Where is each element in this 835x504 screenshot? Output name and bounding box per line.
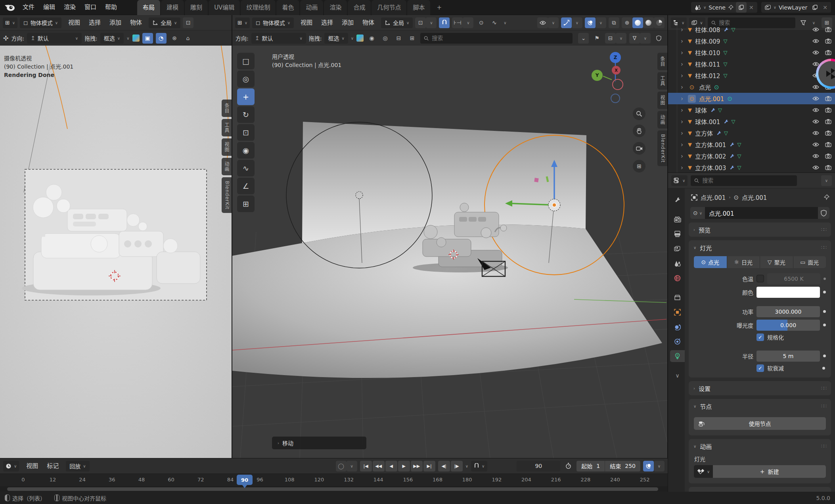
workspace-tab[interactable]: 雕刻 <box>185 0 208 15</box>
tool-button[interactable]: ◉ <box>237 142 255 159</box>
chevron-down-icon[interactable]: ∨ <box>463 17 473 28</box>
panel-settings[interactable]: › 设置 ∷∷ <box>689 381 831 395</box>
drag-dropdown[interactable]: 框选 ∨ <box>324 33 348 44</box>
gizmos-icon[interactable] <box>561 17 572 28</box>
temperature-field[interactable]: 6500 K <box>767 273 820 284</box>
menu-item[interactable]: 添加 <box>337 15 358 31</box>
object-name[interactable]: 点光 <box>698 83 712 91</box>
outliner-row[interactable]: › ▼ ⊙ 柱体.010 ▽ ⊙ <box>668 47 835 58</box>
viewport-main[interactable]: ⊞∨ ◻ 物体模式 ∨ 视图选择添加物体 全局 ∨ ⊡ ∨ ⊦⊣ ∨ ⊙ <box>232 15 668 458</box>
hide-eye-icon[interactable] <box>812 154 819 158</box>
workspace-tab[interactable]: 着色 <box>276 0 299 15</box>
camera-view-button[interactable] <box>633 142 645 155</box>
tool-button[interactable]: ∠ <box>237 178 255 194</box>
tool-button[interactable]: ◎ <box>237 71 255 87</box>
hide-eye-icon[interactable] <box>812 131 819 135</box>
playback-dropdown[interactable]: 回放 ∨ <box>66 461 89 471</box>
mesh-data-icon[interactable]: ▽ <box>718 107 722 113</box>
menu-item[interactable]: 视图 <box>64 15 84 31</box>
object-name[interactable]: 点光.001 <box>698 94 725 103</box>
pin-icon[interactable] <box>728 5 733 10</box>
timeline-editor-type[interactable]: ∨ <box>3 461 19 471</box>
object-name[interactable]: 柱体.012 <box>694 71 721 80</box>
panel-preview[interactable]: › 预览 ∷∷ <box>689 222 831 237</box>
light-type-button[interactable]: ▭ 面光 <box>793 256 826 268</box>
sidebar-tab[interactable]: 工具 <box>222 119 232 136</box>
object-name[interactable]: 立方体 <box>694 129 714 137</box>
modifier-wrench-icon[interactable] <box>729 142 735 148</box>
transport-button[interactable]: |◀ <box>360 461 372 471</box>
tab-output[interactable] <box>670 228 685 240</box>
drag-dropdown[interactable]: 框选 ∨ <box>100 33 124 44</box>
outliner-row[interactable]: › ▼ ⊙ 立方体 ▽ ⊙ <box>668 127 835 139</box>
chevron-down-icon[interactable]: ∨ <box>596 17 606 28</box>
shading-solid-icon[interactable] <box>632 17 643 28</box>
light-type-button[interactable]: ☼ 日光 <box>727 256 760 268</box>
outliner-row[interactable]: › ▼ ⊙ 点光 ▽ ⊙ <box>668 81 835 93</box>
mesh-data-icon[interactable]: ▽ <box>737 153 741 159</box>
snap-magnet-button[interactable]: ∨ <box>471 461 487 471</box>
pivot-point-button[interactable]: ⊡ <box>415 17 426 28</box>
chevron-down-icon[interactable]: ∨ <box>126 36 129 40</box>
panel-custom-properties[interactable]: › 自定义属性 ∷∷ <box>689 487 831 492</box>
sidebar-tab[interactable]: 条目 <box>657 53 667 70</box>
outliner-row[interactable]: › ▼ ⊙ 球体 ▽ ⊙ <box>668 104 835 116</box>
mode-selector[interactable]: ◻ 物体模式 ∨ <box>252 17 294 28</box>
workspace-tab[interactable]: 建模 <box>161 0 184 15</box>
stopwatch-icon[interactable] <box>563 461 574 471</box>
menu-item[interactable]: 渲染 <box>59 0 80 15</box>
normalize-checkbox[interactable]: ✓ <box>756 333 764 341</box>
outliner-row[interactable]: › ▼ ⊙ 柱体.008 ▽ ⊙ <box>668 24 835 35</box>
animate-dot[interactable] <box>822 367 825 370</box>
hide-eye-icon[interactable] <box>812 39 819 43</box>
soft-falloff-checkbox[interactable]: ✓ <box>756 364 764 372</box>
show-overlays-icon[interactable] <box>537 17 548 28</box>
hide-eye-icon[interactable] <box>812 27 819 32</box>
unlink-scene-icon[interactable]: ✕ <box>749 4 754 11</box>
outliner-row[interactable]: › ▼ ⊙ 柱体.009 ▽ ⊙ <box>668 35 835 47</box>
workspace-tab[interactable]: 布局 <box>137 0 160 15</box>
transport-button[interactable]: ◀◀ <box>373 461 385 471</box>
workspace-tab[interactable]: 几何节点 <box>372 0 406 15</box>
filter-icon[interactable]: ∇ <box>629 33 640 44</box>
tab-tool[interactable] <box>670 194 685 206</box>
hide-eye-icon[interactable] <box>812 108 819 112</box>
mesh-data-icon[interactable]: ▽ <box>737 165 741 171</box>
tool-button[interactable]: ∿ <box>237 160 255 176</box>
outliner-row[interactable]: › ▼ ⊙ 柱体.012 ▽ ⊙ <box>668 70 835 81</box>
tab-render[interactable] <box>670 213 685 225</box>
camera-visibility-icon[interactable] <box>825 107 831 113</box>
sidebar-tab[interactable]: 条目 <box>222 100 232 117</box>
temperature-checkbox[interactable] <box>756 275 764 282</box>
expand-chevron-icon[interactable]: › <box>681 130 686 137</box>
hide-eye-icon[interactable] <box>812 50 819 55</box>
camera-visibility-icon[interactable] <box>825 142 831 147</box>
properties-options-icon[interactable]: ∨ <box>821 175 832 186</box>
exposure-slider[interactable]: 0.000 <box>756 320 820 331</box>
expand-chevron-icon[interactable]: › <box>681 49 686 56</box>
hide-eye-icon[interactable] <box>812 119 819 124</box>
tab-constraints[interactable] <box>670 335 685 347</box>
mesh-data-icon[interactable]: ▽ <box>723 61 727 67</box>
sidebar-tab[interactable]: BlenderKit <box>222 177 232 213</box>
render-region-icon[interactable]: ⧉ <box>609 17 619 28</box>
grid-option-icon[interactable]: ⊟ <box>393 33 404 44</box>
layout-icon[interactable]: ⊟ <box>605 33 616 44</box>
stepper-button[interactable]: ◀| <box>438 461 450 471</box>
mesh-data-icon[interactable]: ▽ <box>731 119 735 125</box>
sidebar-tab[interactable]: 视图 <box>222 138 232 156</box>
mesh-data-icon[interactable]: ▽ <box>724 130 728 136</box>
outliner-row[interactable]: › ▼ ⊙ 立方体.001 ▽ ⊙ <box>668 139 835 150</box>
bookmark-icon[interactable]: ⚑ <box>592 33 602 44</box>
camera-visibility-icon[interactable] <box>825 38 831 44</box>
expand-chevron-icon[interactable]: › <box>681 26 686 33</box>
color-swatch[interactable] <box>756 287 820 298</box>
modifier-wrench-icon[interactable] <box>716 130 722 136</box>
viewport-toggle-a-icon[interactable]: ▣ <box>142 33 153 44</box>
transform-orientation[interactable]: 全局 ∨ <box>381 17 413 28</box>
modifier-wrench-icon[interactable] <box>723 119 729 125</box>
chevron-down-icon[interactable]: ∨ <box>465 464 468 468</box>
viewport-search[interactable] <box>420 33 573 44</box>
animate-dot[interactable] <box>823 355 826 357</box>
mesh-data-icon[interactable]: ▽ <box>723 50 727 56</box>
